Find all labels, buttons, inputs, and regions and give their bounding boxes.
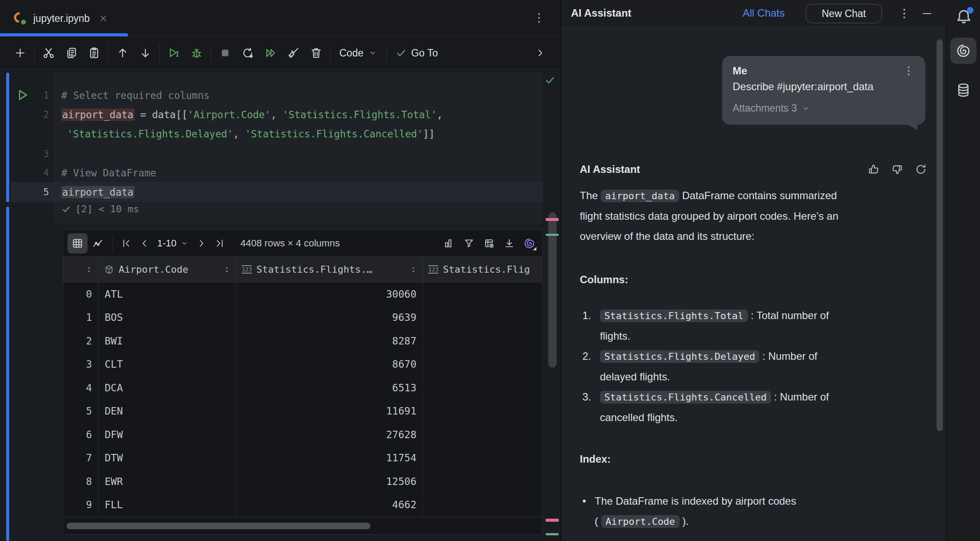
chart-view-button[interactable]	[88, 233, 108, 253]
run-all-cells-button[interactable]	[259, 42, 282, 63]
thumbs-up-icon[interactable]	[867, 163, 880, 176]
ai-panel-scrollbar-thumb[interactable]	[937, 39, 943, 431]
tab-close-icon[interactable]	[99, 14, 108, 23]
table-row[interactable]: 3 CLT 8670	[63, 353, 542, 376]
table-row[interactable]: 0 ATL 30060	[63, 282, 542, 306]
airport-code-cell: CLT	[99, 353, 236, 376]
flights-total-cell: 11754	[236, 446, 423, 470]
code-token: ]]	[423, 128, 435, 140]
paste-cell-button[interactable]	[83, 42, 106, 63]
info-stripe-mark[interactable]	[546, 533, 559, 535]
toolbar-separator	[34, 44, 35, 62]
code-line-2[interactable]: airport_data = data[['Airport.Code', 'St…	[61, 105, 443, 124]
column-header-clipped[interactable]: 123 Statistics.Flig	[423, 257, 543, 282]
cut-cell-button[interactable]	[37, 42, 60, 63]
page-range-dropdown[interactable]: 1-10	[154, 238, 192, 249]
notification-dot	[967, 7, 973, 14]
ai-spiral-icon	[955, 43, 971, 59]
code-token: ,	[233, 128, 245, 140]
row-index-cell: 8	[63, 470, 99, 493]
thumbs-down-icon[interactable]	[891, 163, 904, 176]
horizontal-scrollbar-thumb[interactable]	[67, 523, 370, 529]
copy-cell-button[interactable]	[60, 42, 83, 63]
sort-icon[interactable]	[85, 266, 93, 274]
ai-assistant-tool-button[interactable]	[950, 38, 976, 64]
next-page-button[interactable]	[192, 233, 211, 253]
go-to-button[interactable]: Go To	[389, 47, 444, 59]
clipped-cell	[423, 353, 543, 376]
identifier-write-highlight: airport_data	[61, 109, 134, 121]
text: delayed flights.	[600, 371, 670, 383]
code-line-2-wrap[interactable]: 'Statistics.Flights.Delayed', 'Statistic…	[67, 124, 435, 144]
table-view-button[interactable]	[67, 233, 88, 253]
run-cell-button[interactable]	[162, 42, 185, 63]
attachments-toggle[interactable]: Attachments 3	[733, 102, 915, 114]
inline-code-chip: Airport.Code	[601, 515, 680, 528]
tab-jupyter-ipynb[interactable]: jupyter.ipynb	[0, 0, 128, 37]
tab-options-kebab-icon[interactable]	[532, 11, 546, 25]
ai-panel-title: AI Assistant	[571, 7, 631, 19]
airport-code-cell: BWI	[99, 329, 236, 353]
attachments-label: Attachments 3	[733, 102, 797, 114]
table-row[interactable]: 8 EWR 12506	[63, 470, 542, 493]
table-header-row: Airport.Code 123 Statistics.Flights.… 12…	[63, 257, 542, 282]
interrupt-kernel-button[interactable]	[214, 42, 236, 63]
table-row[interactable]: 9 FLL 4662	[63, 493, 542, 517]
code-token: ,	[271, 109, 282, 120]
table-row[interactable]: 6 DFW 27628	[63, 423, 542, 446]
row-index-header[interactable]	[63, 257, 99, 282]
code-token: = data[[	[134, 109, 188, 120]
column-header-airport-code[interactable]: Airport.Code	[99, 257, 236, 282]
toolbar-overflow-chevron[interactable]	[529, 42, 552, 63]
message-options-kebab-icon[interactable]	[902, 65, 915, 77]
new-chat-button[interactable]: New Chat	[806, 4, 882, 23]
horizontal-scrollbar-track[interactable]	[63, 517, 542, 535]
row-index-cell: 9	[63, 493, 99, 517]
inline-code-chip: Statistics.Flights.Total	[600, 309, 748, 322]
toolbar-separator	[159, 44, 160, 62]
info-stripe-mark[interactable]	[546, 234, 559, 236]
move-cell-up-button[interactable]	[111, 42, 134, 63]
error-stripe-mark[interactable]	[546, 519, 559, 522]
debug-cell-button[interactable]	[185, 42, 208, 63]
filter-button[interactable]	[459, 233, 479, 253]
column-name: Statistics.Flights.…	[256, 264, 372, 275]
export-download-button[interactable]	[499, 233, 519, 253]
error-stripe-mark[interactable]	[546, 218, 559, 221]
sort-icon[interactable]	[409, 266, 417, 274]
sort-icon[interactable]	[223, 266, 231, 274]
bubble-tail	[907, 124, 917, 130]
panel-options-kebab-icon[interactable]	[898, 7, 911, 20]
chevron-down-icon	[180, 239, 189, 248]
code-line-4[interactable]: # View DataFrame	[61, 163, 156, 183]
dataframe-output: 1-10 4408 rows × 4 columns Airport.Code	[63, 229, 543, 535]
ai-actions-button[interactable]	[519, 233, 539, 253]
notifications-button[interactable]	[955, 8, 973, 26]
delete-cell-button[interactable]	[305, 42, 328, 63]
last-page-button[interactable]	[211, 233, 229, 253]
prev-page-button[interactable]	[135, 233, 154, 253]
restart-kernel-button[interactable]	[236, 42, 259, 63]
all-chats-link[interactable]: All Chats	[743, 7, 785, 19]
minimize-panel-icon[interactable]	[920, 7, 934, 20]
column-header-flights-total[interactable]: 123 Statistics.Flights.…	[236, 257, 423, 282]
text: : Number of	[771, 391, 829, 403]
table-row[interactable]: 5 DEN 11691	[63, 400, 542, 423]
cell-type-dropdown[interactable]: Code	[333, 42, 384, 63]
move-cell-down-button[interactable]	[134, 42, 157, 63]
table-settings-button[interactable]	[479, 233, 499, 253]
clear-outputs-button[interactable]	[282, 42, 305, 63]
code-line-5[interactable]: airport_data	[61, 183, 134, 202]
regenerate-icon[interactable]	[914, 163, 927, 176]
table-row[interactable]: 2 BWI 8287	[63, 329, 542, 353]
flights-total-cell: 4662	[236, 493, 423, 517]
statistics-button[interactable]	[439, 233, 459, 253]
code-line-1[interactable]: # Select required columns	[61, 86, 210, 105]
go-to-label: Go To	[411, 47, 438, 59]
database-tool-button[interactable]	[950, 77, 976, 103]
table-row[interactable]: 4 DCA 6513	[63, 376, 542, 400]
add-cell-button[interactable]	[9, 42, 32, 63]
table-row[interactable]: 7 DTW 11754	[63, 446, 542, 470]
first-page-button[interactable]	[117, 233, 135, 253]
table-row[interactable]: 1 BOS 9639	[63, 306, 542, 330]
